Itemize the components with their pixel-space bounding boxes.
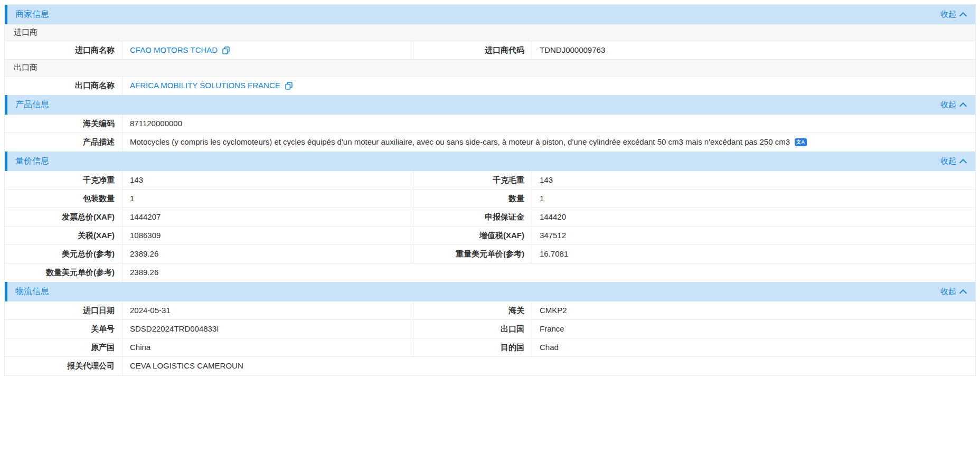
table-row: 海关编码 871120000000 — [5, 115, 975, 133]
section-header-logistics: 物流信息 收起 — [5, 282, 975, 301]
field-label-usd-unit-price-weight: 重量美元单价(参考) — [413, 245, 532, 263]
trade-record-detail: 商家信息 收起 进口商 进口商名称 CFAO MOTORS TCHAD 进口商代… — [4, 4, 976, 376]
group-label-importer: 进口商 — [14, 27, 37, 37]
collapse-toggle-quantity-price[interactable]: 收起 — [940, 156, 966, 166]
importer-name-cell: CFAO MOTORS TCHAD — [123, 41, 413, 59]
field-label-vat: 增值税(XAF) — [413, 227, 532, 244]
field-label-package-quantity: 包装数量 — [5, 190, 123, 207]
collapse-label: 收起 — [940, 100, 956, 110]
group-row-exporter: 出口商 — [5, 60, 975, 77]
section-header-merchant: 商家信息 收起 — [5, 5, 975, 24]
destination-country-value: Chad — [532, 338, 975, 356]
section-title-logistics: 物流信息 — [15, 286, 49, 297]
table-row: 发票总价(XAF) 1444207 申报保证金 144420 — [5, 208, 975, 227]
chevron-up-icon — [959, 12, 967, 19]
quantity-value: 1 — [532, 190, 975, 207]
hs-code-value: 871120000000 — [123, 115, 975, 133]
customs-broker-value: CEVA LOGISTICS CAMEROUN — [123, 357, 975, 375]
field-label-quantity: 数量 — [413, 190, 532, 207]
field-label-customs-duty: 关税(XAF) — [5, 227, 123, 244]
section-merchant: 商家信息 收起 进口商 进口商名称 CFAO MOTORS TCHAD 进口商代… — [5, 5, 975, 95]
origin-country-value: China — [123, 338, 413, 356]
field-label-declaration-number: 关单号 — [5, 320, 123, 338]
chevron-up-icon — [959, 102, 967, 109]
field-label-customs-broker: 报关代理公司 — [5, 357, 123, 375]
group-label-exporter: 出口商 — [14, 63, 37, 73]
table-row: 进口商名称 CFAO MOTORS TCHAD 进口商代码 TDNDJ00000… — [5, 41, 975, 60]
declared-deposit-value: 144420 — [532, 208, 975, 226]
table-row: 数量美元单价(参考) 2389.26 — [5, 263, 975, 282]
section-quantity-price: 量价信息 收起 千克净重 143 千克毛重 143 包装数量 1 数量 1 发票… — [5, 152, 975, 282]
section-header-product: 产品信息 收起 — [5, 95, 975, 115]
table-row: 出口商名称 AFRICA MOBILITY SOLUTIONS FRANCE — [5, 77, 975, 95]
vat-value: 347512 — [532, 227, 975, 244]
product-description-cell: Motocycles (y compris les cyclomoteurs) … — [123, 133, 975, 152]
field-label-importer-code: 进口商代码 — [413, 41, 532, 59]
table-row: 包装数量 1 数量 1 — [5, 190, 975, 208]
section-title-product: 产品信息 — [15, 99, 49, 110]
group-row-importer: 进口商 — [5, 24, 975, 41]
importer-name-link[interactable]: CFAO MOTORS TCHAD — [130, 45, 218, 55]
table-row: 产品描述 Motocycles (y compris les cyclomote… — [5, 133, 975, 152]
exporter-name-cell: AFRICA MOBILITY SOLUTIONS FRANCE — [123, 77, 975, 95]
copy-icon[interactable] — [285, 82, 293, 90]
field-label-import-date: 进口日期 — [5, 301, 123, 319]
table-row: 关税(XAF) 1086309 增值税(XAF) 347512 — [5, 227, 975, 245]
export-country-value: France — [532, 320, 975, 338]
field-label-declared-deposit: 申报保证金 — [413, 208, 532, 226]
importer-code-value: TDNDJ000009763 — [532, 41, 975, 59]
section-title-merchant: 商家信息 — [15, 9, 49, 20]
table-row: 报关代理公司 CEVA LOGISTICS CAMEROUN — [5, 357, 975, 375]
field-label-origin-country: 原产国 — [5, 338, 123, 356]
section-product: 产品信息 收起 海关编码 871120000000 产品描述 Motocycle… — [5, 95, 975, 152]
field-label-importer-name: 进口商名称 — [5, 41, 123, 59]
collapse-toggle-merchant[interactable]: 收起 — [940, 10, 966, 20]
usd-total-value: 2389.26 — [123, 245, 413, 263]
field-label-exporter-name: 出口商名称 — [5, 77, 123, 95]
package-quantity-value: 1 — [123, 190, 413, 207]
exporter-name-link[interactable]: AFRICA MOBILITY SOLUTIONS FRANCE — [130, 80, 280, 91]
collapse-label: 收起 — [940, 156, 956, 166]
customs-office-value: CMKP2 — [532, 301, 975, 319]
collapse-label: 收起 — [940, 287, 956, 297]
field-label-usd-total: 美元总价(参考) — [5, 245, 123, 263]
field-label-export-country: 出口国 — [413, 320, 532, 338]
table-row: 进口日期 2024-05-31 海关 CMKP2 — [5, 301, 975, 320]
customs-duty-value: 1086309 — [123, 227, 413, 244]
table-row: 美元总价(参考) 2389.26 重量美元单价(参考) 16.7081 — [5, 245, 975, 263]
gross-weight-value: 143 — [532, 171, 975, 189]
copy-icon[interactable] — [222, 46, 230, 54]
translate-icon[interactable]: 文A — [795, 138, 807, 146]
collapse-toggle-logistics[interactable]: 收起 — [940, 287, 966, 297]
product-description-text: Motocycles (y compris les cyclomoteurs) … — [130, 137, 790, 147]
chevron-up-icon — [959, 158, 967, 166]
field-label-gross-weight: 千克毛重 — [413, 171, 532, 189]
usd-unit-price-weight-value: 16.7081 — [532, 245, 975, 263]
table-row: 原产国 China 目的国 Chad — [5, 338, 975, 357]
net-weight-value: 143 — [123, 171, 413, 189]
table-row: 关单号 SDSD22024TRD004833I 出口国 France — [5, 320, 975, 338]
field-label-product-description: 产品描述 — [5, 133, 123, 152]
invoice-total-value: 1444207 — [123, 208, 413, 226]
chevron-up-icon — [959, 289, 967, 296]
field-label-destination-country: 目的国 — [413, 338, 532, 356]
collapse-label: 收起 — [940, 10, 956, 20]
usd-unit-price-quantity-value: 2389.26 — [123, 263, 975, 282]
import-date-value: 2024-05-31 — [123, 301, 413, 319]
field-label-customs-office: 海关 — [413, 301, 532, 319]
declaration-number-value: SDSD22024TRD004833I — [123, 320, 413, 338]
section-header-quantity-price: 量价信息 收起 — [5, 152, 975, 171]
field-label-usd-unit-price-quantity: 数量美元单价(参考) — [5, 263, 123, 282]
field-label-invoice-total: 发票总价(XAF) — [5, 208, 123, 226]
table-row: 千克净重 143 千克毛重 143 — [5, 171, 975, 190]
collapse-toggle-product[interactable]: 收起 — [940, 100, 966, 110]
field-label-hs-code: 海关编码 — [5, 115, 123, 133]
field-label-net-weight: 千克净重 — [5, 171, 123, 189]
section-title-quantity-price: 量价信息 — [15, 156, 49, 167]
section-logistics: 物流信息 收起 进口日期 2024-05-31 海关 CMKP2 关单号 SDS… — [5, 282, 975, 375]
